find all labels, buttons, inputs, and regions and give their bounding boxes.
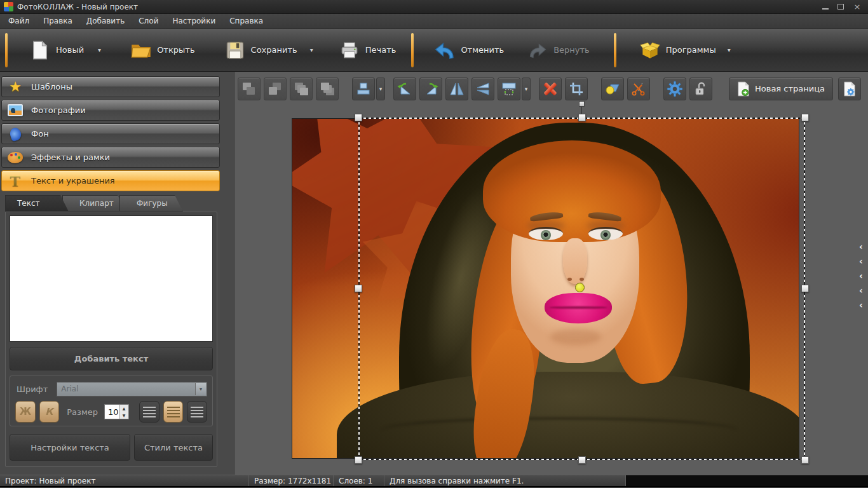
flip-vertical-button[interactable] xyxy=(471,78,494,100)
spin-up-icon[interactable]: ▲ xyxy=(119,405,128,412)
selection-handle-top-left[interactable] xyxy=(355,114,362,121)
status-bar: Проект: Новый проект Размер: 1772x1181 С… xyxy=(0,475,868,487)
crop-button[interactable] xyxy=(565,78,588,100)
selection-handle-top-center[interactable] xyxy=(578,114,586,121)
rotate-right-button[interactable] xyxy=(419,78,442,100)
chevron-left-icon[interactable]: ‹ xyxy=(857,240,865,254)
maximize-button[interactable] xyxy=(837,4,844,10)
scissors-icon xyxy=(631,81,646,97)
align-center-icon xyxy=(167,407,180,417)
sidebar-section-text[interactable]: T Текст и украшения xyxy=(1,170,220,191)
rotation-handle[interactable] xyxy=(579,101,585,107)
right-panel-toggle[interactable]: ‹ ‹ ‹ ‹ ‹ xyxy=(857,240,865,313)
new-page-label: Новая страница xyxy=(755,84,825,93)
align-left-button[interactable] xyxy=(139,401,159,423)
mask-shape-button[interactable] xyxy=(601,78,624,100)
redo-arrow-icon xyxy=(527,39,548,61)
print-button[interactable]: Печать xyxy=(332,36,403,65)
programs-box-icon xyxy=(639,39,661,61)
align-objects-button[interactable] xyxy=(352,78,375,100)
chevron-down-icon[interactable]: ▾ xyxy=(310,46,313,53)
selection-handle-middle-right[interactable] xyxy=(801,285,809,292)
align-right-button[interactable] xyxy=(187,401,207,423)
text-styles-button[interactable]: Стили текста xyxy=(134,434,213,461)
rotate-left-button[interactable] xyxy=(393,78,416,100)
menu-settings[interactable]: Настройки xyxy=(165,15,222,27)
new-button[interactable]: Новый ▾ xyxy=(23,36,107,65)
align-left-icon xyxy=(143,407,156,417)
spin-down-icon[interactable]: ▼ xyxy=(119,412,128,419)
chevron-down-icon[interactable]: ▾ xyxy=(195,383,206,395)
tab-text[interactable]: Текст xyxy=(5,195,69,212)
app-window: ФотоКОЛЛАЖ - Новый проект × Файл Правка … xyxy=(0,0,868,488)
menu-help[interactable]: Справка xyxy=(222,15,270,27)
rotation-center-marker[interactable] xyxy=(575,283,585,292)
flip-horizontal-button[interactable] xyxy=(445,78,468,100)
send-backward-icon xyxy=(269,83,281,95)
send-backward-button[interactable] xyxy=(264,78,287,100)
left-sidebar: ★ Шаблоны Фотографии Фон Эффекты и рамки… xyxy=(0,72,234,475)
bring-to-front-button[interactable] xyxy=(290,78,313,100)
chevron-down-icon[interactable]: ▾ xyxy=(376,78,385,100)
object-settings-button[interactable] xyxy=(663,78,686,100)
send-to-back-button[interactable] xyxy=(316,78,339,100)
chevron-left-icon[interactable]: ‹ xyxy=(857,254,865,269)
page-settings-button[interactable] xyxy=(838,78,861,100)
selection-handle-bottom-left[interactable] xyxy=(355,456,362,464)
menu-layer[interactable]: Слой xyxy=(132,15,165,27)
new-page-button[interactable]: Новая страница xyxy=(729,78,833,100)
selection-handle-top-right[interactable] xyxy=(801,114,809,121)
sidebar-section-effects[interactable]: Эффекты и рамки xyxy=(1,147,220,168)
font-size-stepper[interactable]: ▲ ▼ xyxy=(104,404,129,419)
chevron-left-icon[interactable]: ‹ xyxy=(857,283,865,298)
delete-object-button[interactable] xyxy=(539,78,562,100)
sidebar-section-photos[interactable]: Фотографии xyxy=(1,100,220,121)
resize-fit-icon xyxy=(501,81,517,97)
italic-button[interactable]: К xyxy=(39,401,60,423)
size-label: Размер xyxy=(67,407,98,417)
text-settings-button[interactable]: Настройки текста xyxy=(10,434,130,461)
text-letter-icon: T xyxy=(7,173,24,189)
minimize-button[interactable] xyxy=(822,8,829,10)
sidebar-section-background[interactable]: Фон xyxy=(1,123,220,144)
tab-shapes[interactable]: Фигуры xyxy=(119,195,183,212)
open-button[interactable]: Открыть xyxy=(124,36,201,65)
menu-file[interactable]: Файл xyxy=(1,15,36,27)
bring-forward-button[interactable] xyxy=(238,78,261,100)
programs-button[interactable]: Программы ▾ xyxy=(633,36,737,65)
text-input[interactable] xyxy=(10,215,213,342)
menu-edit[interactable]: Правка xyxy=(36,15,79,27)
chevron-left-icon[interactable]: ‹ xyxy=(857,269,865,283)
font-size-value[interactable] xyxy=(105,407,120,417)
chevron-down-icon[interactable]: ▾ xyxy=(728,46,731,53)
tab-clipart[interactable]: Клипарт xyxy=(62,195,126,212)
menu-add[interactable]: Добавить xyxy=(79,15,132,27)
delete-x-icon xyxy=(542,80,559,97)
lock-button[interactable] xyxy=(689,78,712,100)
star-icon: ★ xyxy=(7,79,24,95)
eye xyxy=(588,227,623,240)
resize-fit-button[interactable] xyxy=(498,78,520,100)
font-combobox[interactable]: Arial ▾ xyxy=(57,382,207,396)
save-button[interactable]: Сохранить ▾ xyxy=(218,36,320,65)
bring-to-front-icon xyxy=(295,83,308,95)
chevron-down-icon[interactable]: ▾ xyxy=(522,78,531,100)
add-text-button[interactable]: Добавить текст xyxy=(10,347,213,370)
chevron-down-icon[interactable]: ▾ xyxy=(98,46,101,53)
align-center-button[interactable] xyxy=(163,401,184,423)
sidebar-section-templates[interactable]: ★ Шаблоны xyxy=(1,76,220,97)
close-button[interactable]: × xyxy=(853,3,862,11)
bold-button[interactable]: Ж xyxy=(15,401,36,423)
eye xyxy=(529,227,563,240)
canvas-workspace: ▾ ▾ xyxy=(234,72,868,475)
selection-handle-bottom-center[interactable] xyxy=(578,456,586,464)
selection-handle-bottom-right[interactable] xyxy=(801,456,809,464)
selection-handle-middle-left[interactable] xyxy=(355,285,362,292)
mask-shape-icon xyxy=(605,81,620,97)
undo-button[interactable]: Отменить xyxy=(428,36,510,65)
rotate-left-icon xyxy=(397,81,412,97)
cut-out-button[interactable] xyxy=(627,78,650,100)
chevron-left-icon[interactable]: ‹ xyxy=(857,298,865,313)
redo-button[interactable]: Вернуть xyxy=(520,36,596,65)
photo-layer[interactable] xyxy=(292,118,799,459)
